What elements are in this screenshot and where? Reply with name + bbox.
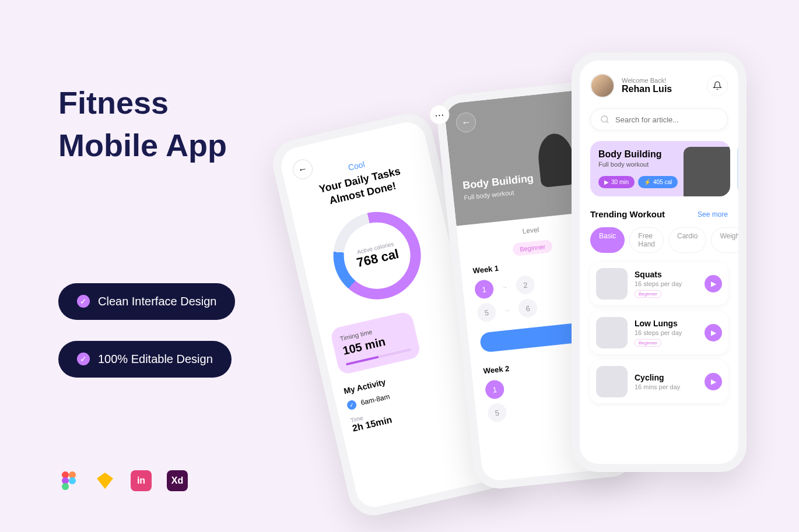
tool-icons: in Xd xyxy=(58,470,188,491)
item-title: Squats xyxy=(635,270,682,279)
thumb xyxy=(596,268,628,300)
feature-2-label: 100% Editable Design xyxy=(98,353,213,366)
sketch-icon xyxy=(94,470,115,491)
invision-icon: in xyxy=(131,470,152,491)
back-button[interactable]: ← xyxy=(455,111,476,133)
list-item[interactable]: Squats 16 steps per day Beginner ▶ xyxy=(590,262,728,305)
feature-1-label: Clean Interface Design xyxy=(98,295,216,308)
filter-weight[interactable]: Weight xyxy=(711,227,738,253)
check-icon: ✓ xyxy=(77,295,90,308)
item-sub: 16 steps per day xyxy=(635,280,682,287)
slot-label: 6am-8am xyxy=(360,392,391,407)
day-6[interactable]: 6 xyxy=(517,298,538,318)
section-title: Trending Workout xyxy=(590,209,665,219)
play-button[interactable]: ▶ xyxy=(705,324,722,341)
item-sub: 16 mins per day xyxy=(635,383,680,390)
search-field[interactable] xyxy=(615,115,718,124)
user-name: Rehan Luis xyxy=(622,84,672,94)
thumb xyxy=(596,317,628,348)
see-more-link[interactable]: See more xyxy=(698,210,728,219)
item-badge: Beginner xyxy=(635,290,661,298)
check-icon: ✓ xyxy=(77,353,90,365)
day-5[interactable]: 5 xyxy=(476,302,497,323)
item-title: Cycling xyxy=(635,373,680,382)
cal-chip: ⚡ 405 cal xyxy=(638,176,678,188)
arrow-icon: → xyxy=(504,306,511,314)
list-item[interactable]: Low Lungs 16 steps per day Beginner ▶ xyxy=(590,311,728,354)
phone-mockup-3: Welcome Back! Rehan Luis Body Building F… xyxy=(572,52,747,472)
item-sub: 16 steps per day xyxy=(635,329,682,336)
day-1b[interactable]: 1 xyxy=(485,379,505,400)
arrow-icon: → xyxy=(501,283,508,291)
check-icon: ✓ xyxy=(346,399,358,410)
day-2[interactable]: 2 xyxy=(515,274,535,295)
workout-card-1[interactable]: Body Building Full body workout ▶ 30 min… xyxy=(590,141,730,196)
svg-point-6 xyxy=(601,116,608,122)
filter-freehand[interactable]: Free Hand xyxy=(629,227,664,253)
filter-cardio[interactable]: Cardio xyxy=(668,227,706,253)
figma-icon xyxy=(58,470,79,491)
workout-cards[interactable]: Body Building Full body workout ▶ 30 min… xyxy=(590,141,728,196)
level-label: Level xyxy=(522,226,539,235)
xd-icon: Xd xyxy=(167,470,188,491)
workout-card-2[interactable]: Bo Fu xyxy=(737,141,738,196)
bell-icon[interactable] xyxy=(707,75,728,96)
filter-tabs: Basic Free Hand Cardio Weight xyxy=(590,227,728,253)
item-badge: Beginner xyxy=(635,339,661,347)
feature-pill-1: ✓ Clean Interface Design xyxy=(58,283,235,320)
avatar[interactable] xyxy=(590,73,615,98)
day-5b[interactable]: 5 xyxy=(487,403,507,423)
play-button[interactable]: ▶ xyxy=(705,373,722,390)
timing-card: Timing time 105 min xyxy=(330,311,421,375)
list-item[interactable]: Cycling 16 mins per day ▶ xyxy=(590,360,728,403)
search-icon xyxy=(600,115,609,124)
svg-line-7 xyxy=(607,121,608,123)
welcome-text: Welcome Back! xyxy=(622,77,672,84)
play-button[interactable]: ▶ xyxy=(705,275,722,293)
svg-point-3 xyxy=(69,477,76,484)
feature-pill-2: ✓ 100% Editable Design xyxy=(58,341,232,378)
item-title: Low Lungs xyxy=(635,319,682,328)
search-input[interactable] xyxy=(590,108,728,131)
header: Welcome Back! Rehan Luis xyxy=(590,73,728,98)
workout-list: Squats 16 steps per day Beginner ▶ Low L… xyxy=(590,262,728,403)
svg-point-4 xyxy=(62,483,69,490)
calorie-ring: Active calories 768 cal xyxy=(325,203,430,308)
filter-basic[interactable]: Basic xyxy=(590,227,625,253)
time-chip: ▶ 30 min xyxy=(598,176,635,188)
svg-marker-5 xyxy=(97,473,113,489)
day-1[interactable]: 1 xyxy=(474,279,495,300)
thumb xyxy=(596,366,628,397)
